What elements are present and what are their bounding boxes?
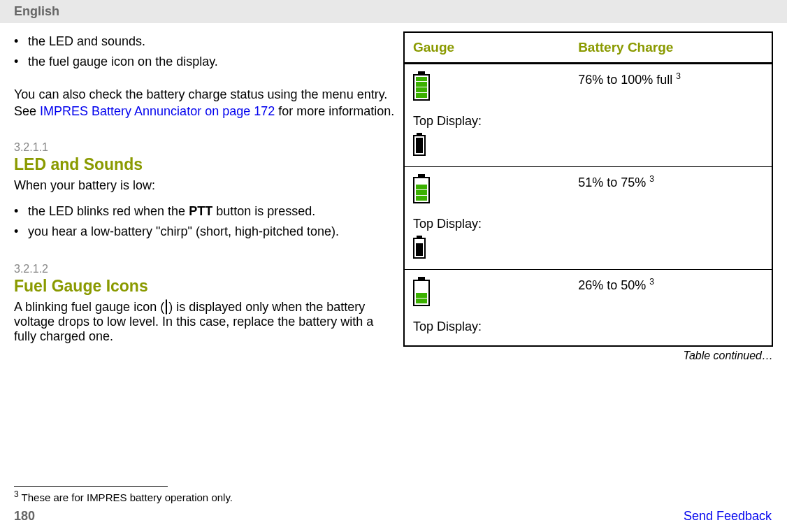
charge-value: 51% to 75% 3	[570, 167, 772, 270]
paragraph-check-status: You can also check the battery charge st…	[14, 86, 396, 120]
footnote-ref: 3	[676, 71, 681, 81]
battery-outline-icon	[166, 300, 167, 315]
battery-3bar-icon	[413, 174, 430, 203]
table-row: Top Display: 76% to 100% full 3	[404, 64, 772, 167]
footnote-ref: 3	[649, 174, 654, 184]
text: for more information.	[275, 104, 394, 118]
text: 51% to 75%	[578, 175, 649, 189]
bullet-item: the LED blinks red when the PTT button i…	[14, 201, 396, 222]
footnote-number: 3	[14, 489, 19, 499]
battery-4bar-icon	[413, 71, 430, 101]
battery-top-display-full-icon	[413, 133, 426, 156]
battery-table: Gauge Battery Charge	[403, 31, 773, 347]
table-continued: Table continued…	[403, 350, 773, 362]
bullet-item: the LED and sounds.	[14, 31, 396, 52]
footnote: 3 These are for IMPRES battery operation…	[0, 489, 787, 503]
table-row: Top Display: 26% to 50% 3	[404, 270, 772, 347]
text: you hear a low-battery "chirp" (short, h…	[28, 224, 339, 238]
bullet-list-led: the LED blinks red when the PTT button i…	[14, 201, 396, 242]
charge-value: 26% to 50% 3	[570, 270, 772, 347]
section-title-led: LED and Sounds	[14, 155, 396, 174]
table-row: Top Display: 51% to 75% 3	[404, 167, 772, 270]
bullet-list-top: the LED and sounds. the fuel gauge icon …	[14, 31, 396, 72]
text: 76% to 100% full	[578, 73, 676, 87]
right-column: Gauge Battery Charge	[403, 23, 773, 362]
section-number: 3.2.1.1	[14, 141, 396, 154]
impres-link[interactable]: IMPRES Battery Annunciator on page 172	[40, 104, 275, 118]
send-feedback-link[interactable]: Send Feedback	[684, 509, 772, 524]
page-header: English	[0, 0, 787, 23]
text: button is pressed.	[212, 204, 315, 218]
top-display-label: Top Display:	[413, 114, 561, 129]
text: 26% to 50%	[578, 278, 649, 292]
section-intro: When your battery is low:	[14, 178, 396, 193]
text: the LED blinks red when the	[28, 204, 189, 218]
page-number: 180	[14, 509, 35, 524]
footnote-separator	[14, 486, 168, 487]
text: A blinking fuel gauge icon (	[14, 300, 164, 314]
charge-value: 76% to 100% full 3	[570, 64, 772, 167]
footnote-ref: 3	[649, 277, 654, 287]
battery-top-display-3q-icon	[413, 236, 426, 259]
bold-text: PTT	[189, 204, 212, 218]
left-column: the LED and sounds. the fuel gauge icon …	[14, 23, 403, 362]
table-header-gauge: Gauge	[404, 32, 570, 64]
section-title-fuel: Fuel Gauge Icons	[14, 277, 396, 296]
top-display-label: Top Display:	[413, 217, 561, 231]
bullet-item: the fuel gauge icon on the display.	[14, 52, 396, 72]
bullet-item: you hear a low-battery "chirp" (short, h…	[14, 222, 396, 242]
top-display-label: Top Display:	[413, 319, 561, 334]
battery-2bar-icon	[413, 277, 430, 306]
section-fuel-para: A blinking fuel gauge icon () is display…	[14, 300, 396, 345]
section-number: 3.2.1.2	[14, 263, 396, 275]
table-header-charge: Battery Charge	[570, 32, 772, 64]
footnote-text: These are for IMPRES battery operation o…	[19, 491, 233, 503]
